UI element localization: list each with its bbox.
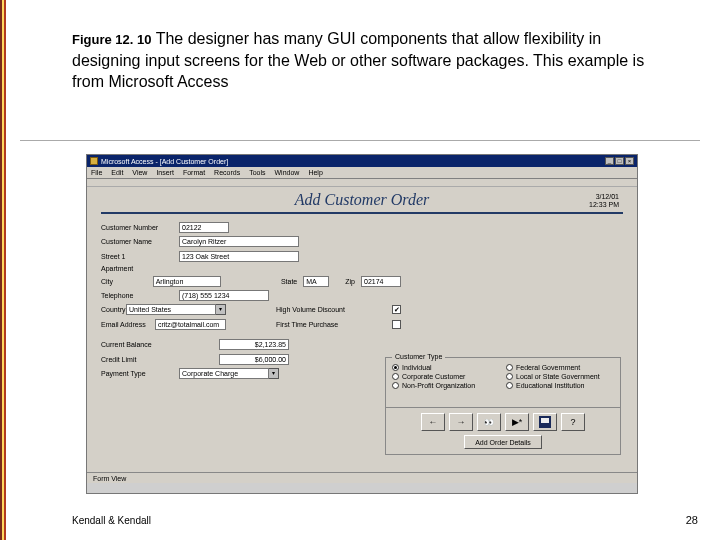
find-button[interactable]: 👀	[477, 413, 501, 431]
customer-name-field[interactable]: Carolyn Ritzer	[179, 236, 299, 247]
state-label: State	[281, 278, 297, 285]
radio-educational-institution[interactable]: Educational Institution	[506, 382, 614, 389]
new-record-button[interactable]: ▶*	[505, 413, 529, 431]
add-order-details-button[interactable]: Add Order Details	[464, 435, 542, 449]
telephone-label: Telephone	[101, 292, 179, 299]
horizontal-divider	[20, 140, 700, 141]
street1-label: Street 1	[101, 253, 179, 260]
menu-file[interactable]: File	[91, 169, 102, 176]
street1-field[interactable]: 123 Oak Street	[179, 251, 299, 262]
current-balance-label: Current Balance	[101, 341, 179, 348]
menu-edit[interactable]: Edit	[111, 169, 123, 176]
customer-name-label: Customer Name	[101, 238, 179, 245]
current-date: 3/12/01	[589, 193, 619, 201]
radio-non-profit[interactable]: Non-Profit Organization	[392, 382, 500, 389]
zip-field[interactable]: 02174	[361, 276, 401, 287]
chevron-down-icon[interactable]: ▾	[216, 304, 226, 315]
state-field[interactable]: MA	[303, 276, 329, 287]
menu-window[interactable]: Window	[275, 169, 300, 176]
window-minimize-button[interactable]: _	[605, 157, 614, 165]
window-close-button[interactable]: ×	[625, 157, 634, 165]
current-time: 12:33 PM	[589, 201, 619, 209]
credit-limit-label: Credit Limit	[101, 356, 179, 363]
slide-left-accent	[0, 0, 6, 540]
app-title: Microsoft Access - [Add Customer Order]	[101, 158, 228, 165]
figure-caption-text: The designer has many GUI components tha…	[72, 30, 644, 90]
telephone-field[interactable]: (718) 555 1234	[179, 290, 269, 301]
titlebar: Microsoft Access - [Add Customer Order] …	[87, 155, 637, 167]
arrow-left-icon: ←	[429, 417, 438, 427]
binoculars-icon: 👀	[484, 418, 494, 427]
question-icon: ?	[570, 417, 575, 427]
payment-type-select[interactable]: Corporate Charge	[179, 368, 269, 379]
customer-type-group-title: Customer Type	[392, 353, 445, 360]
radio-local-state-government[interactable]: Local or State Government	[506, 373, 614, 380]
navigation-panel: ← → 👀 ▶* ? Add Order Details	[385, 407, 621, 455]
statusbar: Form View	[87, 472, 637, 483]
menu-help[interactable]: Help	[308, 169, 322, 176]
help-button[interactable]: ?	[561, 413, 585, 431]
first-time-purchase-checkbox[interactable]	[392, 320, 401, 329]
menu-format[interactable]: Format	[183, 169, 205, 176]
high-volume-discount-label: High Volume Discount	[276, 306, 386, 313]
status-text: Form View	[93, 475, 126, 482]
menu-records[interactable]: Records	[214, 169, 240, 176]
access-window: Microsoft Access - [Add Customer Order] …	[86, 154, 638, 494]
next-record-button[interactable]: →	[449, 413, 473, 431]
country-select[interactable]: United States	[126, 304, 216, 315]
country-label: Country	[101, 306, 126, 313]
toolbar	[87, 179, 637, 187]
menubar: File Edit View Insert Format Records Too…	[87, 167, 637, 179]
email-label: Email Address	[101, 321, 155, 328]
email-field[interactable]: critz@totalmail.com	[155, 319, 226, 330]
city-label: City	[101, 278, 153, 285]
current-balance-field[interactable]: $2,123.85	[219, 339, 289, 350]
save-button[interactable]	[533, 413, 557, 431]
access-key-icon	[90, 157, 98, 165]
apartment-label: Apartment	[101, 265, 179, 272]
customer-number-label: Customer Number	[101, 224, 179, 231]
new-record-icon: ▶*	[512, 417, 523, 427]
footer-credit: Kendall & Kendall	[72, 515, 151, 526]
prev-record-button[interactable]: ←	[421, 413, 445, 431]
form-area: 3/12/01 12:33 PM Add Customer Order Cust…	[87, 187, 637, 483]
menu-insert[interactable]: Insert	[156, 169, 174, 176]
high-volume-discount-checkbox[interactable]: ✔	[392, 305, 401, 314]
save-icon	[539, 416, 551, 428]
zip-label: Zip	[345, 278, 355, 285]
date-display: 3/12/01 12:33 PM	[589, 193, 619, 210]
credit-limit-field[interactable]: $6,000.00	[219, 354, 289, 365]
radio-individual[interactable]: Individual	[392, 364, 500, 371]
figure-number: Figure 12. 10	[72, 32, 151, 47]
form-title: Add Customer Order	[101, 191, 623, 214]
first-time-purchase-label: First Time Purchase	[276, 321, 386, 328]
chevron-down-icon[interactable]: ▾	[269, 368, 279, 379]
page-number: 28	[686, 514, 698, 526]
city-field[interactable]: Arlington	[153, 276, 221, 287]
radio-federal-government[interactable]: Federal Government	[506, 364, 614, 371]
customer-number-field[interactable]: 02122	[179, 222, 229, 233]
menu-tools[interactable]: Tools	[249, 169, 265, 176]
radio-corporate-customer[interactable]: Corporate Customer	[392, 373, 500, 380]
menu-view[interactable]: View	[132, 169, 147, 176]
payment-type-label: Payment Type	[101, 370, 179, 377]
arrow-right-icon: →	[457, 417, 466, 427]
figure-caption: Figure 12. 10 The designer has many GUI …	[72, 28, 662, 93]
window-maximize-button[interactable]: □	[615, 157, 624, 165]
